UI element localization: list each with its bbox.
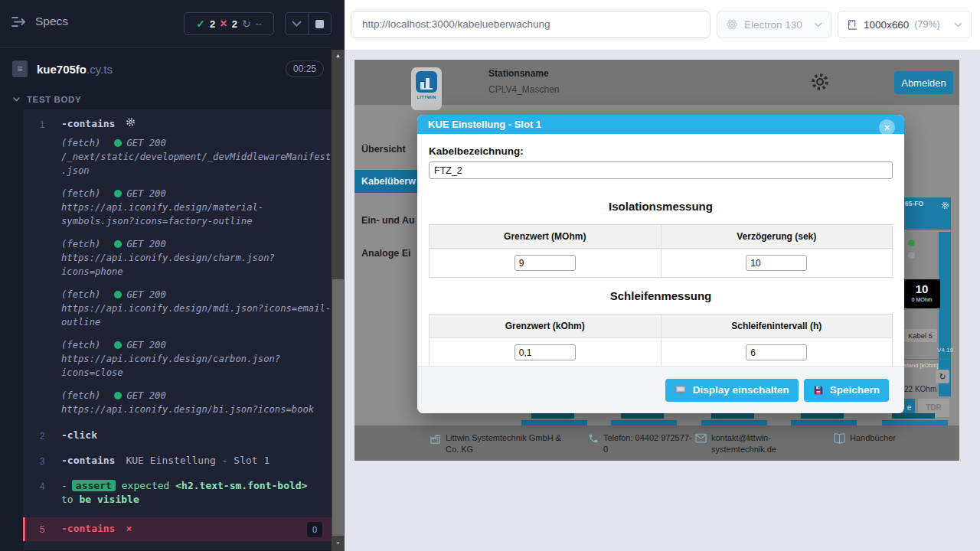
resistance-label: stand [kOhm] xyxy=(904,362,939,369)
slot-display-unit: 0 MOhm xyxy=(903,297,940,303)
collapse-button[interactable] xyxy=(286,13,308,34)
modal-footer: Display einschalten Speichern xyxy=(417,366,904,413)
scroll-up-arrow-icon[interactable]: ▲ xyxy=(332,53,345,58)
chevron-down-icon xyxy=(814,22,822,28)
url-bar[interactable]: http://localhost:3000/kabelueberwachung xyxy=(351,11,710,38)
footer-email-text: kontakt@littwin-systemtechnik.de xyxy=(711,432,784,455)
loop-interval-input[interactable] xyxy=(746,344,807,360)
fetch-status: GET 200 xyxy=(126,288,165,302)
stop-icon xyxy=(315,20,324,28)
command-row-contains-failed[interactable]: 5 -contains × 0 xyxy=(23,517,332,541)
loop-table: Grenzwert (kOhm) Schleifenintervall (h) xyxy=(429,314,893,367)
command-name: -contains xyxy=(61,454,115,468)
fetch-status: GET 200 xyxy=(126,389,165,403)
close-icon[interactable]: × xyxy=(879,119,895,135)
footer-company: Littwin Systemtechnik GmbH & Co. KG xyxy=(430,432,583,455)
floppy-save-icon xyxy=(813,385,824,396)
sidebar-item-ein-ausgaenge[interactable]: Ein- und Au xyxy=(361,215,415,226)
fetch-log-entry[interactable]: (fetch)GET 200 https://api.iconify.desig… xyxy=(61,389,332,416)
command-row-assert[interactable]: 4 -assertexpected <h2.text-sm.font-bold>… xyxy=(23,476,332,510)
fetch-log-entry[interactable]: (fetch)GET 200 https://api.iconify.desig… xyxy=(61,338,332,380)
assert-selector: <h2.text-sm.font-bold> xyxy=(175,480,307,491)
kue-settings-modal: KUE Einstellung - Slot 1 × Kabelbezeichn… xyxy=(417,115,904,413)
fetch-log-entry[interactable]: (fetch)GET 200 https://api.iconify.desig… xyxy=(61,288,332,329)
fetch-log-entry[interactable]: (fetch)GET 200 https://api.iconify.desig… xyxy=(61,237,332,279)
chevron-down-icon xyxy=(954,22,962,28)
logout-button[interactable]: Abmelden xyxy=(894,71,953,94)
monitor-icon xyxy=(675,385,687,396)
command-name: -contains xyxy=(61,117,115,131)
isolation-delay-input[interactable] xyxy=(746,255,807,271)
network-log-block: (fetch)GET 200 /_next/static/development… xyxy=(61,136,332,416)
chevron-down-icon xyxy=(13,97,20,102)
command-row-click[interactable]: 2 -click xyxy=(23,425,332,446)
email-icon xyxy=(695,433,707,443)
reporter-header: Specs ✓ 2 × 2 ↻ -- xyxy=(0,0,332,48)
slot-title: 65-FO xyxy=(905,200,923,207)
command-number: 3 xyxy=(23,454,61,468)
loop-limit-input[interactable] xyxy=(514,344,576,360)
footer-manuals[interactable]: Handbücher xyxy=(834,432,896,444)
command-row-contains-2[interactable]: 3 -contains KUE Einstellung - Slot 1 xyxy=(23,451,332,471)
specs-label: Specs xyxy=(35,15,68,28)
modal-title-bar: KUE Einstellung - Slot 1 × xyxy=(417,115,904,134)
slot-gear-icon[interactable] xyxy=(941,199,949,213)
spec-timer: 00:25 xyxy=(286,60,324,77)
fail-x-icon: × xyxy=(126,522,132,536)
slot-display-value: 10 xyxy=(903,282,940,297)
status-dot-icon xyxy=(114,392,122,399)
browser-chrome: http://localhost:3000/kabelueberwachung … xyxy=(345,0,980,50)
test-body-section[interactable]: TEST BODY xyxy=(13,95,81,104)
fetch-log-entry[interactable]: (fetch)GET 200 https://api.iconify.desig… xyxy=(61,187,332,228)
littwin-logo-icon xyxy=(416,71,437,93)
fetch-status: GET 200 xyxy=(126,237,165,251)
table-cell xyxy=(661,249,893,278)
slot-version: V4.19 xyxy=(937,347,953,354)
fetch-status: GET 200 xyxy=(126,338,165,352)
fetch-label: (fetch) xyxy=(61,187,100,201)
footer-email[interactable]: kontakt@littwin-systemtechnik.de xyxy=(695,432,787,455)
sidebar-item-uebersicht[interactable]: Übersicht xyxy=(361,144,406,155)
test-stats: ✓ 2 × 2 ↻ -- xyxy=(184,12,274,35)
footer-phone-text: Telefon: 04402 972577-0 xyxy=(603,432,694,455)
resistance-value: 22 KOhm xyxy=(904,385,936,393)
modal-body: Kabelbezeichnung: Isolationsmessung Gren… xyxy=(417,134,904,367)
specs-title[interactable]: Specs xyxy=(11,15,68,28)
display-on-button[interactable]: Display einschalten xyxy=(665,379,799,402)
test-body-label: TEST BODY xyxy=(27,95,81,104)
viewport-select[interactable]: 1000x660 (79%) xyxy=(838,11,972,38)
command-row-contains-1[interactable]: 1 -contains xyxy=(23,114,332,135)
scrollbar-thumb[interactable] xyxy=(332,279,344,536)
fetch-status: GET 200 xyxy=(126,187,165,201)
stop-button[interactable] xyxy=(308,13,331,34)
footer-phone[interactable]: Telefon: 04402 972577-0 xyxy=(588,432,695,455)
column-header: Schleifenintervall (h) xyxy=(661,315,893,338)
spec-file-row[interactable]: ≡ kue705fo.cy.ts 00:25 xyxy=(0,48,332,90)
ruler-icon xyxy=(847,19,858,31)
settings-gear-icon[interactable] xyxy=(810,72,830,95)
cypress-reporter-panel: Specs ✓ 2 × 2 ↻ -- ≡ kue705fo.cy.ts 00:2… xyxy=(0,0,332,551)
refresh-icon[interactable]: ↻ xyxy=(936,370,949,383)
fetch-url: https://api.iconify.design/material-symb… xyxy=(61,201,332,228)
sidebar-item-analoge-eingaenge[interactable]: Analoge Ei xyxy=(361,248,411,259)
passed-icon: ✓ xyxy=(196,18,205,30)
led-green-icon xyxy=(908,240,915,246)
fetch-log-entry[interactable]: (fetch)GET 200 /_next/static/development… xyxy=(61,136,332,178)
failed-icon: × xyxy=(220,18,227,30)
footer-company-text: Littwin Systemtechnik GmbH & Co. KG xyxy=(446,432,568,455)
fetch-url: https://api.iconify.design/bi.json?icons… xyxy=(61,403,332,416)
save-button[interactable]: Speichern xyxy=(804,379,889,402)
browser-select[interactable]: Electron 130 xyxy=(717,11,831,38)
fetch-label: (fetch) xyxy=(61,237,100,251)
fetch-label: (fetch) xyxy=(61,389,100,403)
book-icon xyxy=(834,433,845,444)
cable-name-input[interactable] xyxy=(429,161,893,179)
fetch-url: https://api.iconify.design/charm.json?ic… xyxy=(61,251,332,279)
scroll-down-arrow-icon[interactable]: ▼ xyxy=(332,540,345,546)
table-cell xyxy=(430,338,662,367)
spec-file-ext: .cy.ts xyxy=(87,63,113,76)
app-header xyxy=(354,60,959,105)
assert-badge: assert xyxy=(72,480,116,491)
column-header: Verzögerung (sek) xyxy=(661,225,893,249)
isolation-limit-input[interactable] xyxy=(514,255,576,271)
